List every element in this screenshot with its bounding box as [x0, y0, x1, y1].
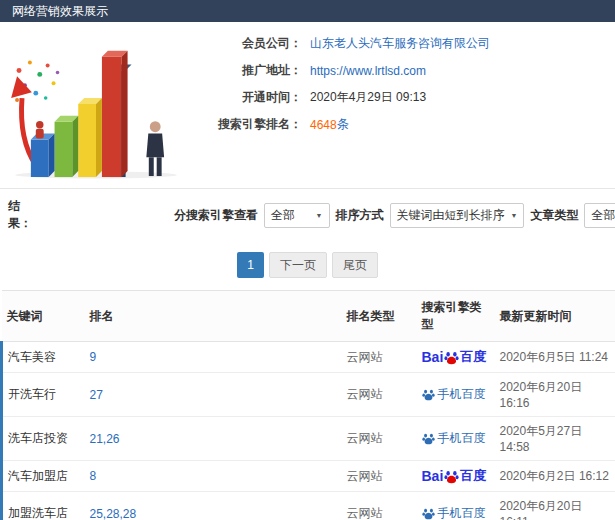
article-type-filter-label: 文章类型: [530, 207, 578, 224]
mobile-baidu-label: 手机百度: [438, 430, 486, 447]
engine-cell: Bai百度: [417, 342, 495, 373]
update-time-cell: 2020年6月20日 16:16: [495, 373, 615, 417]
keyword-cell: 汽车美容: [2, 342, 85, 373]
info-row-company: 会员公司： 山东老人头汽车服务咨询有限公司: [190, 35, 490, 52]
results-section-label: 结果：: [8, 198, 32, 232]
next-page-button[interactable]: 下一页: [269, 252, 327, 278]
bars: [31, 51, 132, 177]
keyword-cell: 加盟洗车店: [2, 492, 85, 520]
engine-cell: 手机百度: [417, 492, 495, 520]
table-row: 加盟洗车店25,28,28云网站手机百度2020年6月20日 16:11: [2, 492, 615, 520]
pagination: 1 下一页 尾页: [0, 241, 615, 290]
mobile-baidu-logo: 手机百度: [422, 430, 486, 447]
baidu-paw-icon: [444, 469, 459, 484]
info-row-open-time: 开通时间： 2020年4月29日 09:13: [190, 89, 490, 106]
engine-cell: 手机百度: [417, 373, 495, 417]
last-page-button[interactable]: 尾页: [332, 252, 378, 278]
col-engine-type: 搜索引擎类型: [417, 291, 495, 342]
engine-filter-label: 分搜索引擎查看: [174, 207, 258, 224]
mobile-baidu-label: 手机百度: [438, 386, 486, 403]
keyword-cell: 开洗车行: [2, 373, 85, 417]
update-time-cell: 2020年6月2日 16:12: [495, 461, 615, 492]
member-info-section: 会员公司： 山东老人头汽车服务咨询有限公司 推广地址： https://www.…: [0, 22, 615, 189]
table-row: 汽车美容9云网站Bai百度2020年6月5日 11:24: [2, 342, 615, 373]
baidu-logo-cn-text: 百度: [460, 348, 486, 366]
engine-cell: Bai百度: [417, 461, 495, 492]
table-header-row: 关键词 排名 排名类型 搜索引擎类型 最新更新时间: [2, 291, 615, 342]
col-keyword: 关键词: [2, 291, 85, 342]
baidu-paw-icon: [444, 350, 459, 365]
businessman-figure: [146, 121, 164, 176]
rank-cell[interactable]: 25,28,28: [85, 492, 342, 520]
keyword-cell: 汽车加盟店: [2, 461, 85, 492]
rank-cell[interactable]: 21,26: [85, 417, 342, 461]
chevron-down-icon: ▼: [316, 212, 323, 219]
table-body: 汽车美容9云网站Bai百度2020年6月5日 11:24开洗车行27云网站手机百…: [2, 342, 615, 520]
rank-type-cell: 云网站: [342, 417, 417, 461]
rank-cell[interactable]: 8: [85, 461, 342, 492]
baidu-logo-text: Bai: [422, 468, 444, 484]
rank-type-cell: 云网站: [342, 373, 417, 417]
col-rank: 排名: [85, 291, 342, 342]
open-time-value: 2020年4月29日 09:13: [310, 89, 426, 106]
engine-filter-select[interactable]: 全部 ▼: [264, 203, 330, 228]
rank-count-unit: 条: [337, 116, 349, 133]
company-link[interactable]: 山东老人头汽车服务咨询有限公司: [310, 35, 490, 52]
app-header: 网络营销效果展示: [0, 0, 615, 22]
mobile-baidu-label: 手机百度: [438, 505, 486, 520]
table-row: 汽车加盟店8云网站Bai百度2020年6月2日 16:12: [2, 461, 615, 492]
rank-cell[interactable]: 9: [85, 342, 342, 373]
col-update-time: 最新更新时间: [495, 291, 615, 342]
rank-type-cell: 云网站: [342, 461, 417, 492]
page-current[interactable]: 1: [237, 252, 264, 278]
col-rank-type: 排名类型: [342, 291, 417, 342]
update-time-cell: 2020年6月20日 16:11: [495, 492, 615, 520]
promo-url-label: 推广地址：: [190, 62, 302, 79]
growth-chart-illustration: [0, 29, 190, 182]
rank-count-value: 4648: [310, 118, 337, 132]
table-row: 开洗车行27云网站手机百度2020年6月20日 16:16: [2, 373, 615, 417]
baidu-logo-cn-text: 百度: [460, 467, 486, 485]
sort-filter-select[interactable]: 关键词由短到长排序 ▼: [390, 203, 525, 228]
baidu-logo-text: Bai: [422, 349, 444, 365]
info-row-promo-url: 推广地址： https://www.lrtlsd.com: [190, 62, 490, 79]
table-row: 洗车店投资21,26云网站手机百度2020年5月27日 14:58: [2, 417, 615, 461]
page-title: 网络营销效果展示: [12, 3, 108, 20]
company-label: 会员公司：: [190, 35, 302, 52]
filter-controls: 分搜索引擎查看 全部 ▼ 排序方式 关键词由短到长排序 ▼ 文章类型 全部 ▼ …: [174, 202, 615, 228]
filter-bar: 结果： 分搜索引擎查看 全部 ▼ 排序方式 关键词由短到长排序 ▼ 文章类型 全…: [0, 189, 615, 241]
open-time-label: 开通时间：: [190, 89, 302, 106]
info-row-rank-count: 搜索引擎排名： 4648 条: [190, 116, 490, 133]
bar-chart-graphic: [4, 29, 189, 179]
small-person-figure: [36, 121, 44, 139]
sort-filter-value: 关键词由短到长排序: [397, 207, 505, 224]
baidu-logo: Bai百度: [422, 467, 487, 485]
rank-type-cell: 云网站: [342, 492, 417, 520]
mobile-baidu-logo: 手机百度: [422, 386, 486, 403]
baidu-paw-icon: [422, 388, 435, 401]
keyword-cell: 洗车店投资: [2, 417, 85, 461]
sort-filter-label: 排序方式: [336, 207, 384, 224]
promo-url-link[interactable]: https://www.lrtlsd.com: [310, 64, 426, 78]
rank-count-label: 搜索引擎排名：: [190, 116, 302, 133]
article-type-filter-value: 全部: [591, 207, 615, 224]
article-type-filter-select[interactable]: 全部 ▼: [584, 203, 615, 228]
baidu-logo: Bai百度: [422, 348, 487, 366]
baidu-paw-icon: [422, 432, 435, 445]
member-info-rows: 会员公司： 山东老人头汽车服务咨询有限公司 推广地址： https://www.…: [190, 29, 490, 182]
keyword-rank-table: 关键词 排名 排名类型 搜索引擎类型 最新更新时间 汽车美容9云网站Bai百度2…: [0, 290, 615, 520]
confetti-dots: [15, 61, 59, 102]
update-time-cell: 2020年6月5日 11:24: [495, 342, 615, 373]
baidu-paw-icon: [422, 507, 435, 520]
rank-cell[interactable]: 27: [85, 373, 342, 417]
rank-type-cell: 云网站: [342, 342, 417, 373]
engine-filter-value: 全部: [271, 207, 295, 224]
engine-cell: 手机百度: [417, 417, 495, 461]
chevron-down-icon: ▼: [511, 212, 518, 219]
mobile-baidu-logo: 手机百度: [422, 505, 486, 520]
update-time-cell: 2020年5月27日 14:58: [495, 417, 615, 461]
